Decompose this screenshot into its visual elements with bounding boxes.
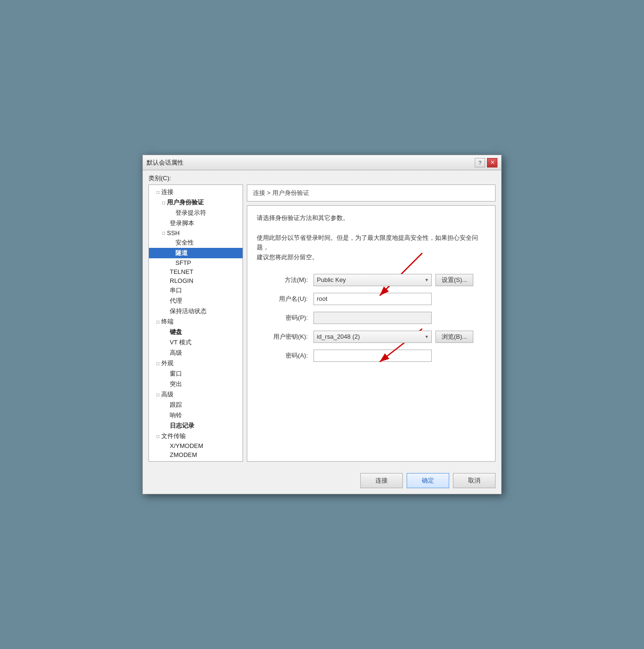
tree-label-keyboard: 键盘 (170, 328, 182, 336)
tree-label-serial: 串口 (170, 286, 182, 295)
tree-label-sftp: SFTP (175, 259, 191, 266)
expand-icon-terminal: □ (157, 319, 159, 324)
username-row: 用户名(U): (257, 293, 486, 305)
tree-panel: □连接□用户身份验证登录提示符登录脚本□SSH安全性隧道SFTPTELNETRL… (148, 184, 243, 462)
tree-label-ssh: SSH (167, 229, 180, 237)
tree-label-user-auth: 用户身份验证 (167, 198, 204, 207)
button-bar: 连接 确定 取消 (143, 467, 501, 494)
tree-item-login-script[interactable]: 登录脚本 (149, 218, 243, 228)
user-key-row: 用户密钥(K): id_rsa_2048 (2)id_rsaid_dsa 浏览(… (257, 331, 486, 343)
tree-item-highlight[interactable]: 突出 (149, 379, 243, 389)
tree-item-xymodem[interactable]: X/YMODEM (149, 441, 243, 450)
tree-item-advanced2[interactable]: □高级 (149, 389, 243, 400)
user-key-select[interactable]: id_rsa_2048 (2)id_rsaid_dsa (313, 331, 432, 343)
tree-item-file-transfer[interactable]: □文件传输 (149, 431, 243, 441)
tree-item-window[interactable]: 窗口 (149, 368, 243, 379)
desc-line3: 建议您将此部分留空。 (257, 253, 486, 263)
user-key-label: 用户密钥(K): (257, 333, 313, 341)
tree-item-ssh[interactable]: □SSH (149, 228, 243, 237)
tree-item-serial[interactable]: 串口 (149, 285, 243, 296)
dialog-title: 默认会话属性 (147, 158, 183, 167)
tree-item-terminal[interactable]: □终端 (149, 316, 243, 327)
tree-label-zmodem: ZMODEM (170, 451, 197, 458)
passphrase-input[interactable] (313, 350, 432, 362)
tree-label-xymodem: X/YMODEM (170, 442, 203, 449)
tree-label-proxy: 代理 (170, 297, 182, 305)
title-buttons: ? ✕ (475, 158, 497, 167)
dialog-body: □连接□用户身份验证登录提示符登录脚本□SSH安全性隧道SFTPTELNETRL… (143, 184, 501, 467)
tree-label-log: 日志记录 (170, 421, 194, 430)
browse-button[interactable]: 浏览(B)... (435, 331, 473, 343)
tree-item-vt-mode[interactable]: VT 模式 (149, 337, 243, 348)
tree-label-login-script: 登录脚本 (170, 219, 194, 228)
annotation-arrows (285, 244, 465, 404)
tree-item-keyboard[interactable]: 键盘 (149, 327, 243, 337)
tree-label-connect: 连接 (161, 188, 174, 196)
tree-item-security[interactable]: 安全性 (149, 237, 243, 248)
tree-label-keepalive: 保持活动状态 (170, 307, 207, 316)
tree-label-rlogin: RLOGIN (170, 277, 193, 284)
tree-item-rlogin[interactable]: RLOGIN (149, 276, 243, 285)
password-row: 密码(P): (257, 312, 486, 324)
method-select[interactable]: Public KeyPasswordKeyboard InteractiveGS… (313, 274, 432, 286)
expand-icon-connect: □ (157, 190, 159, 195)
password-label: 密码(P): (257, 314, 313, 322)
method-select-wrapper: Public KeyPasswordKeyboard InteractiveGS… (313, 274, 432, 286)
tree-item-bell[interactable]: 响铃 (149, 410, 243, 421)
help-button[interactable]: ? (475, 158, 485, 167)
tree-item-proxy[interactable]: 代理 (149, 296, 243, 306)
tree-item-trace[interactable]: 跟踪 (149, 400, 243, 410)
expand-icon-ssh: □ (162, 230, 165, 236)
tree-item-zmodem[interactable]: ZMODEM (149, 450, 243, 459)
tree-item-connect[interactable]: □连接 (149, 187, 243, 197)
tree-label-highlight: 突出 (170, 380, 182, 388)
expand-icon-user-auth: □ (162, 200, 165, 205)
tree-item-login-prompt[interactable]: 登录提示符 (149, 208, 243, 218)
tree-label-appearance: 外观 (161, 359, 174, 368)
username-label: 用户名(U): (257, 295, 313, 303)
tree-item-appearance[interactable]: □外观 (149, 358, 243, 368)
user-key-select-wrapper: id_rsa_2048 (2)id_rsaid_dsa (313, 331, 432, 343)
title-bar: 默认会话属性 ? ✕ (143, 155, 501, 170)
tree-item-sftp[interactable]: SFTP (149, 258, 243, 267)
tree-label-advanced2: 高级 (161, 390, 174, 399)
expand-icon-appearance: □ (157, 361, 159, 366)
tree-label-vt-mode: VT 模式 (170, 338, 191, 347)
dialog-window: 默认会话属性 ? ✕ 类别(C): □连接□用户身份验证登录提示符登录脚本□SS… (142, 155, 502, 494)
close-button[interactable]: ✕ (487, 158, 497, 167)
desc-line1: 请选择身份验证方法和其它参数。 (257, 213, 486, 223)
password-input[interactable] (313, 312, 432, 324)
passphrase-row: 密码(A): (257, 350, 486, 362)
expand-icon-file-transfer: □ (157, 434, 159, 439)
tree-label-window: 窗口 (170, 369, 182, 378)
tree-label-tunnel: 隧道 (175, 249, 188, 257)
right-panel: 连接 > 用户身份验证 请选择身份验证方法和其它参数。 使用此部分以节省登录时间… (247, 184, 496, 462)
method-row: 方法(M): Public KeyPasswordKeyboard Intera… (257, 274, 486, 286)
tree-item-tunnel[interactable]: 隧道 (149, 248, 243, 258)
description: 请选择身份验证方法和其它参数。 使用此部分以节省登录时间。但是，为了最大限度地提… (257, 213, 486, 263)
category-label: 类别(C): (143, 170, 501, 184)
settings-button[interactable]: 设置(S)... (435, 274, 473, 286)
tree-item-telnet[interactable]: TELNET (149, 267, 243, 276)
tree-item-keepalive[interactable]: 保持活动状态 (149, 306, 243, 316)
username-input[interactable] (313, 293, 432, 305)
tree-item-advanced[interactable]: 高级 (149, 348, 243, 358)
tree-label-security: 安全性 (175, 238, 194, 247)
ok-button[interactable]: 确定 (407, 473, 449, 488)
cancel-button[interactable]: 取消 (453, 473, 496, 488)
connect-button[interactable]: 连接 (360, 473, 403, 488)
breadcrumb: 连接 > 用户身份验证 (247, 184, 496, 202)
expand-icon-advanced2: □ (157, 392, 159, 397)
tree-label-advanced: 高级 (170, 349, 182, 357)
desc-line2: 使用此部分以节省登录时间。但是，为了最大限度地提高安全性，如果担心安全问题， (257, 233, 486, 253)
passphrase-label: 密码(A): (257, 351, 313, 360)
content-panel: 请选择身份验证方法和其它参数。 使用此部分以节省登录时间。但是，为了最大限度地提… (247, 205, 496, 462)
tree-item-user-auth[interactable]: □用户身份验证 (149, 197, 243, 208)
tree-label-bell: 响铃 (170, 411, 182, 420)
method-label: 方法(M): (257, 276, 313, 284)
tree-label-login-prompt: 登录提示符 (175, 209, 206, 217)
tree-label-telnet: TELNET (170, 268, 193, 275)
tree-label-terminal: 终端 (161, 317, 174, 326)
tree-item-log[interactable]: 日志记录 (149, 421, 243, 431)
tree-label-file-transfer: 文件传输 (161, 432, 186, 440)
